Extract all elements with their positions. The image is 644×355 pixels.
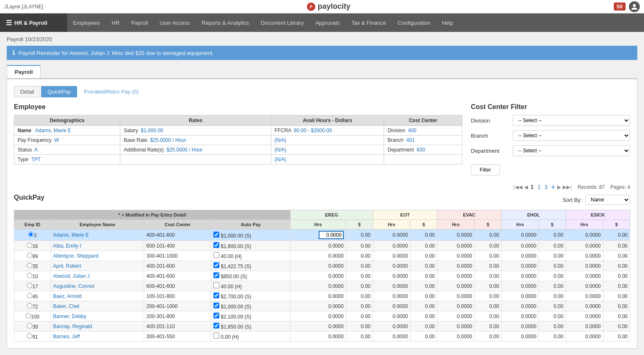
ereg-hrs-cell: 0.0000 [290,311,346,321]
emp-radio[interactable] [27,263,32,268]
emp-radio[interactable] [27,243,32,248]
nav-item-employees[interactable]: Employees [67,13,106,32]
nav-item-hr[interactable]: HR [106,13,125,32]
base-rate-link[interactable]: $25.0000 / Hour [150,137,186,143]
first-page-nav[interactable]: |◀◀ [514,184,522,190]
ffcra-range-link[interactable]: 80.00 - $2000.00 [294,128,332,133]
nav-item-reports[interactable]: Reports & Analytics [196,13,255,32]
salary-link[interactable]: $1,000.00 [141,128,163,133]
status-link[interactable]: A [34,147,38,153]
emp-name-link[interactable]: Baez, Arnold [53,293,82,299]
emp-name-link[interactable]: Alba, Emily I [53,243,81,249]
avatar[interactable] [629,1,640,12]
emp-name-link[interactable]: Atwood, Julian J [53,273,90,279]
emp-name-link[interactable]: Adams, Marie E [53,232,89,238]
nav-item-tax-finance[interactable]: Tax & Finance [345,13,392,32]
esick-hrs-cell: 0.0000 [566,241,603,251]
sub-tab-detail[interactable]: Detail [14,86,40,97]
autopay-checkbox[interactable] [213,292,219,298]
sortby-select[interactable]: Name Employee ID Cost Center [585,195,630,205]
emp-name-link[interactable]: Banner, Debby [53,313,86,319]
autopay-checkbox[interactable] [213,323,219,329]
autopay-checkbox[interactable] [213,313,219,318]
autopay-checkbox[interactable] [213,333,219,339]
emp-radio[interactable] [27,293,32,298]
employee-name-link[interactable]: Adams, Marie E [35,128,71,133]
sub-tab-prorated[interactable]: Prorated/Retro Pay (0) [78,86,145,97]
nav-brand-label: HR & Payroll [14,20,47,26]
autopay-checkbox[interactable] [213,242,219,248]
emp-name-link[interactable]: Allerdyce, Sheppard [53,253,99,259]
top-bar-right: 50 [614,1,640,12]
ffcra-na1-link[interactable]: (N/A) [275,137,286,143]
type-link[interactable]: TPT [31,157,41,162]
autopay-cell: 40.00 (H) [211,251,291,261]
add-rates-link[interactable]: $25.0000 / Hour [166,147,203,153]
page-2[interactable]: 2 [536,184,542,191]
tab-payroll[interactable]: Payroll [7,65,41,78]
evac-d-header: $ [475,220,501,230]
emp-radio[interactable] [28,232,34,237]
emp-radio[interactable] [27,323,32,329]
nav-item-configuration[interactable]: Configuration [392,13,436,32]
ehol-d-cell: 0.00 [539,301,566,311]
nav-item-approvals[interactable]: Approvals [309,13,345,32]
emp-radio[interactable] [27,273,32,278]
autopay-checkbox[interactable] [213,252,219,258]
nav-menu: Employees HR Payroll User Access Reports… [67,13,459,32]
department-filter-label: Department [471,148,513,154]
ffcra-na3-link[interactable]: (N/A) [275,157,286,162]
emp-name-link[interactable]: Baker, Chet [53,303,80,309]
emp-name-link[interactable]: Augustine, Connor [53,283,95,289]
autopay-checkbox[interactable] [213,272,219,278]
ereg-d-cell: 0.00 [346,291,373,301]
notification-badge[interactable]: 50 [614,3,626,10]
autopay-checkbox[interactable] [213,232,219,238]
filter-button[interactable]: Filter [471,164,500,175]
cost-center-filter: Cost Center Filter Division -- Select --… [471,103,630,175]
emp-radio[interactable] [27,333,32,339]
autopay-checkbox[interactable] [213,303,219,308]
emp-radio[interactable] [26,313,31,318]
ereg-hrs-header: Hrs [290,220,346,230]
ereg-hrs-cell[interactable] [290,230,346,241]
ereg-hrs-input[interactable] [319,231,344,239]
emp-radio[interactable] [27,283,32,288]
empid-cell: 72 [14,301,51,311]
nav-item-user-access[interactable]: User Access [154,13,196,32]
ffcra-na2-link[interactable]: (N/A) [275,147,286,153]
autopay-checkbox[interactable] [213,262,219,268]
page-3[interactable]: 3 [543,184,549,191]
branch-select[interactable]: -- Select -- [513,130,630,141]
division-link[interactable]: 400 [408,128,416,133]
esick-hrs-cell: 0.0000 [566,271,603,281]
page-1[interactable]: 1 [530,184,535,191]
nav-brand[interactable]: ☰ HR & Payroll [0,13,67,32]
nav-item-doc-library[interactable]: Document Library [255,13,310,32]
emp-name-link[interactable]: Barclay, Reginald [53,324,92,329]
division-select[interactable]: -- Select -- [513,115,630,126]
emp-radio[interactable] [27,253,32,258]
page-4[interactable]: 4 [551,184,556,191]
table-row: 17Augustine, Connor600-401-600 40.00 (H)… [14,281,630,291]
esick-hrs-cell: 0.0000 [566,321,603,332]
branch-link[interactable]: 401 [406,137,415,143]
next-page-nav[interactable]: ▶ [557,184,561,190]
department-select[interactable]: -- Select -- [513,145,630,156]
nav-item-help[interactable]: Help [436,13,459,32]
prev-page-nav[interactable]: ◀ [524,184,528,190]
costcenter-cell: 400-401-600 [144,230,211,241]
dept-link[interactable]: 600 [417,147,425,153]
eot-d-cell: 0.00 [410,281,437,291]
nav-item-payroll[interactable]: Payroll [125,13,154,32]
last-page-nav[interactable]: ▶▶| [563,184,571,190]
autopay-checkbox[interactable] [213,282,219,288]
emp-name-link[interactable]: Barnes, Jeff [53,334,80,339]
emp-radio[interactable] [27,303,32,308]
emp-name-link[interactable]: April, Robert [53,263,81,269]
quickpay-title: QuickPay [14,194,44,201]
esick-hrs-cell: 0.0000 [566,332,603,342]
sub-tab-quickpay[interactable]: QuickPay [41,86,77,97]
eot-d-cell: 0.00 [410,241,437,251]
pay-freq-link[interactable]: W [54,137,59,143]
